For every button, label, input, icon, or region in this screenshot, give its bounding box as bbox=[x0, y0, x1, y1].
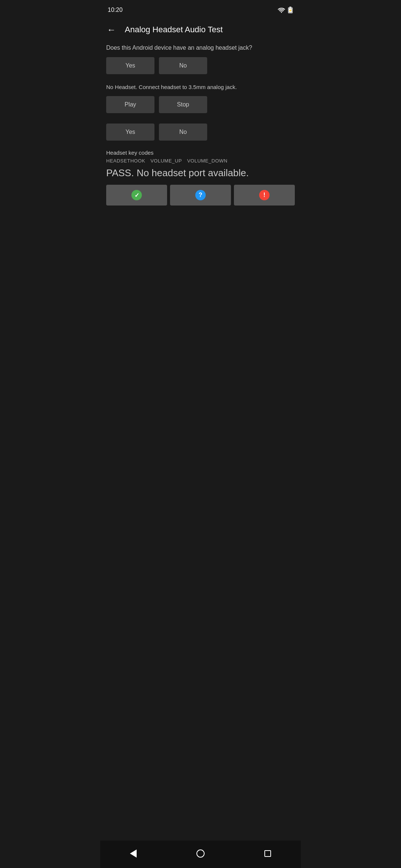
info-icon: ? bbox=[195, 190, 206, 200]
audio-yes-button[interactable]: Yes bbox=[106, 124, 154, 141]
play-stop-row: Play Stop bbox=[106, 96, 295, 113]
header: ← Analog Headset Audio Test bbox=[100, 19, 301, 41]
pass-text: PASS. No headset port available. bbox=[106, 167, 295, 179]
svg-rect-1 bbox=[289, 7, 291, 8]
nav-recent-button[interactable] bbox=[257, 847, 278, 860]
audio-no-button[interactable]: No bbox=[159, 124, 207, 141]
result-buttons-row: ✓ ? ! bbox=[106, 185, 295, 206]
keycode-headsethook: HEADSETHOOK bbox=[106, 158, 145, 164]
jack-yes-button[interactable]: Yes bbox=[106, 57, 154, 74]
nav-bar bbox=[100, 841, 301, 868]
fail-icon: ! bbox=[259, 190, 270, 200]
play-button[interactable]: Play bbox=[106, 96, 154, 113]
nav-back-icon bbox=[130, 849, 137, 858]
keycode-volume-up: VOLUME_UP bbox=[150, 158, 182, 164]
audio-yes-no-row: Yes No bbox=[106, 124, 295, 141]
jack-question-text: Does this Android device have an analog … bbox=[106, 44, 295, 52]
instruction-text: No Headset. Connect headset to 3.5mm ana… bbox=[106, 83, 295, 91]
jack-button-row: Yes No bbox=[106, 57, 295, 74]
keycodes-list: HEADSETHOOK VOLUME_UP VOLUME_DOWN bbox=[106, 158, 295, 164]
stop-button[interactable]: Stop bbox=[159, 96, 207, 113]
info-button[interactable]: ? bbox=[170, 185, 231, 206]
battery-icon: ⚡ bbox=[287, 6, 293, 14]
svg-text:⚡: ⚡ bbox=[288, 9, 293, 13]
fail-button[interactable]: ! bbox=[234, 185, 295, 206]
keycode-volume-down: VOLUME_DOWN bbox=[187, 158, 228, 164]
nav-home-button[interactable] bbox=[189, 846, 212, 861]
pass-icon: ✓ bbox=[131, 190, 142, 200]
nav-home-icon bbox=[196, 849, 205, 858]
jack-no-button[interactable]: No bbox=[159, 57, 207, 74]
status-time: 10:20 bbox=[108, 7, 123, 13]
keycodes-label: Headset key codes bbox=[106, 149, 295, 156]
back-button[interactable]: ← bbox=[104, 22, 119, 37]
wifi-icon bbox=[278, 7, 285, 13]
pass-button[interactable]: ✓ bbox=[106, 185, 167, 206]
page-title: Analog Headset Audio Test bbox=[125, 25, 223, 34]
status-bar: 10:20 ⚡ bbox=[100, 0, 301, 19]
nav-recent-icon bbox=[264, 850, 271, 857]
status-icons: ⚡ bbox=[278, 6, 293, 14]
nav-back-button[interactable] bbox=[123, 846, 144, 861]
main-content: Does this Android device have an analog … bbox=[100, 41, 301, 841]
